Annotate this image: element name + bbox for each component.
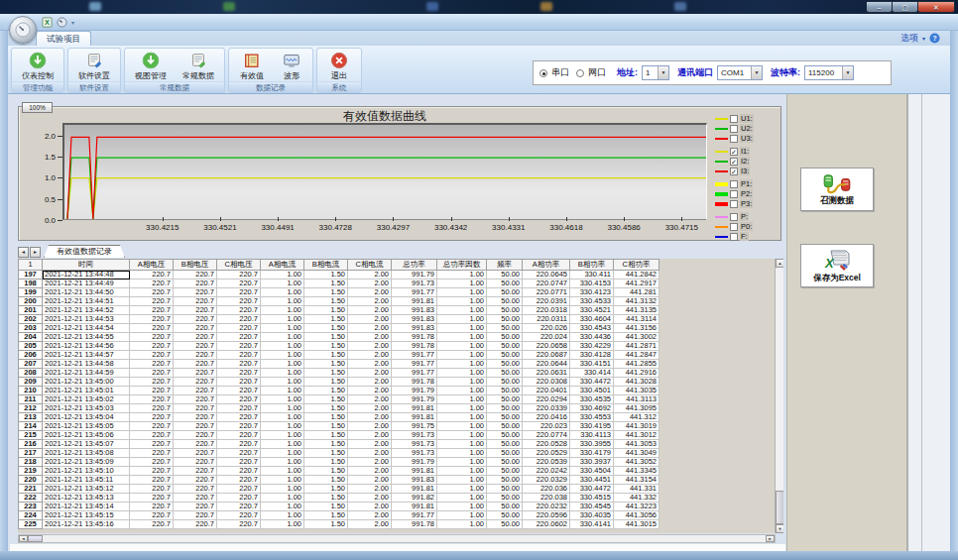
data-cell[interactable]: 1.00 (261, 387, 304, 395)
data-cell[interactable]: 220.7 (217, 306, 261, 315)
data-cell[interactable]: 2021-12-21 13:45:11 (43, 476, 130, 485)
data-cell[interactable]: 2.00 (348, 520, 392, 529)
data-cell[interactable]: 1.00 (437, 288, 487, 297)
row-number-cell[interactable]: 224 (19, 511, 43, 520)
data-cell[interactable]: 1.00 (261, 503, 304, 511)
data-cell[interactable]: 1.00 (437, 297, 487, 306)
data-cell[interactable]: 2021-12-21 13:44:54 (43, 324, 130, 333)
data-cell[interactable]: 220.7 (174, 297, 217, 306)
data-cell[interactable]: 441.3035 (614, 387, 659, 395)
data-cell[interactable]: 1.00 (261, 333, 304, 342)
column-header-1[interactable]: 时间 (43, 260, 130, 271)
data-cell[interactable]: 220.0339 (523, 404, 570, 413)
table-row[interactable]: 2152021-12-21 13:45:06220.7220.7220.71.0… (19, 431, 659, 440)
row-number-cell[interactable]: 210 (19, 387, 43, 395)
data-cell[interactable]: 50.00 (487, 369, 523, 378)
data-cell[interactable]: 1.00 (261, 297, 304, 306)
table-row[interactable]: 2012021-12-21 13:44:52220.7220.7220.71.0… (19, 306, 659, 315)
table-vertical-scrollbar[interactable]: ▲ ▼ (775, 259, 783, 533)
data-cell[interactable]: 991.73 (392, 431, 437, 440)
data-cell[interactable]: 220.0529 (523, 449, 570, 458)
data-cell[interactable]: 50.00 (487, 511, 523, 520)
data-cell[interactable]: 330.4123 (570, 288, 614, 297)
data-cell[interactable]: 220.7 (130, 511, 174, 520)
table-row[interactable]: 2192021-12-21 13:45:10220.7220.7220.71.0… (19, 467, 659, 476)
data-cell[interactable]: 330.4153 (570, 280, 614, 288)
data-cell[interactable]: 1.00 (437, 422, 487, 431)
data-cell[interactable]: 2.00 (348, 387, 392, 395)
data-cell[interactable]: 1.00 (261, 413, 304, 422)
data-cell[interactable]: 2.00 (348, 449, 392, 458)
data-cell[interactable]: 220.0232 (523, 503, 570, 511)
data-cell[interactable]: 2021-12-21 13:45:12 (43, 485, 130, 494)
data-cell[interactable]: 220.7 (130, 315, 174, 324)
data-cell[interactable]: 1.00 (261, 369, 304, 378)
data-cell[interactable]: 220.0644 (523, 360, 570, 369)
data-cell[interactable]: 220.7 (174, 404, 217, 413)
data-cell[interactable]: 330.4229 (570, 342, 614, 351)
data-cell[interactable]: 991.73 (392, 280, 437, 288)
column-header-4[interactable]: C相电压 (217, 260, 261, 271)
data-cell[interactable]: 441.3095 (614, 404, 659, 413)
data-cell[interactable]: 50.00 (487, 271, 523, 280)
data-cell[interactable]: 50.00 (487, 378, 523, 387)
data-cell[interactable]: 1.50 (304, 520, 348, 529)
data-cell[interactable]: 991.77 (392, 511, 437, 520)
data-cell[interactable]: 2021-12-21 13:44:59 (43, 369, 130, 378)
legend-checkbox[interactable] (730, 135, 738, 143)
data-cell[interactable]: 2021-12-21 13:44:57 (43, 351, 130, 360)
data-cell[interactable]: 441.331 (614, 485, 659, 494)
data-cell[interactable]: 1.00 (261, 440, 304, 449)
table-row[interactable]: 2062021-12-21 13:44:57220.7220.7220.71.0… (19, 351, 659, 360)
row-number-cell[interactable]: 203 (19, 324, 43, 333)
data-cell[interactable]: 1.00 (437, 306, 487, 315)
data-cell[interactable]: 441.3132 (614, 297, 659, 306)
data-cell[interactable]: 2.00 (348, 360, 392, 369)
data-cell[interactable]: 220.7 (217, 395, 261, 404)
row-number-cell[interactable]: 221 (19, 485, 43, 494)
data-cell[interactable]: 1.00 (437, 387, 487, 395)
data-cell[interactable]: 50.00 (487, 342, 523, 351)
fetch-data-button[interactable]: 召测数据 (800, 168, 874, 211)
data-cell[interactable]: 2.00 (348, 369, 392, 378)
data-cell[interactable]: 2021-12-21 13:44:49 (43, 280, 130, 288)
row-number-cell[interactable]: 212 (19, 404, 43, 413)
data-cell[interactable]: 50.00 (487, 395, 523, 404)
data-cell[interactable]: 220.7 (217, 315, 261, 324)
data-cell[interactable]: 1.50 (304, 440, 348, 449)
table-row[interactable]: 2242021-12-21 13:45:15220.7220.7220.71.0… (19, 511, 659, 520)
row-number-cell[interactable]: 209 (19, 378, 43, 387)
data-cell[interactable]: 220.7 (217, 476, 261, 485)
data-cell[interactable]: 220.7 (217, 422, 261, 431)
data-cell[interactable]: 220.7 (130, 458, 174, 467)
scroll-down-icon[interactable]: ▼ (776, 524, 783, 533)
data-cell[interactable]: 1.50 (304, 369, 348, 378)
instrument-control-button[interactable]: 仪表控制 (15, 51, 60, 81)
data-cell[interactable]: 2.00 (348, 494, 392, 503)
row-number-cell[interactable]: 205 (19, 342, 43, 351)
data-cell[interactable]: 1.50 (304, 271, 348, 280)
data-cell[interactable]: 2.00 (348, 378, 392, 387)
data-cell[interactable]: 330.4604 (570, 315, 614, 324)
data-cell[interactable]: 2021-12-21 13:45:10 (43, 467, 130, 476)
row-number-cell[interactable]: 223 (19, 503, 43, 511)
data-cell[interactable]: 50.00 (487, 440, 523, 449)
data-cell[interactable]: 220.7 (174, 395, 217, 404)
data-cell[interactable]: 220.7 (217, 288, 261, 297)
column-header-11[interactable]: A相功率 (523, 260, 570, 271)
data-cell[interactable]: 50.00 (487, 458, 523, 467)
legend-item-i3[interactable]: ✓I3: (715, 167, 780, 175)
data-cell[interactable]: 50.00 (487, 449, 523, 458)
data-cell[interactable]: 441.3049 (614, 449, 659, 458)
data-cell[interactable]: 220.7 (130, 422, 174, 431)
data-cell[interactable]: 991.81 (392, 503, 437, 511)
table-row[interactable]: 2052021-12-21 13:44:56220.7220.7220.71.0… (19, 342, 659, 351)
com-port-select[interactable]: COM1▼ (717, 65, 763, 80)
data-cell[interactable]: 991.81 (392, 297, 437, 306)
data-cell[interactable]: 2021-12-21 13:45:05 (43, 422, 130, 431)
legend-checkbox[interactable] (730, 180, 738, 188)
data-cell[interactable]: 2.00 (348, 280, 392, 288)
row-number-cell[interactable]: 208 (19, 369, 43, 378)
data-cell[interactable]: 220.0391 (523, 297, 570, 306)
data-cell[interactable]: 220.7 (217, 467, 261, 476)
